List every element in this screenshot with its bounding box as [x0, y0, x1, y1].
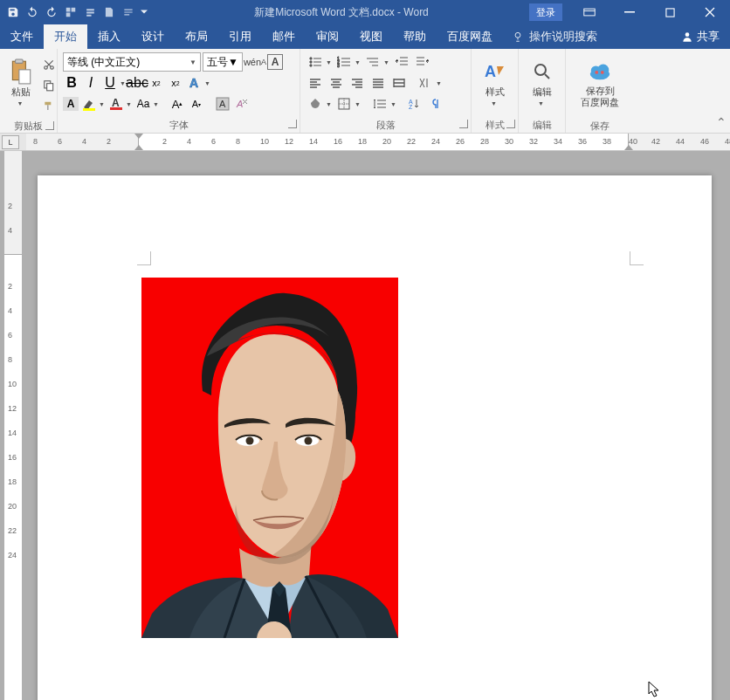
group-font-label: 字体: [58, 117, 300, 133]
asian-layout-icon[interactable]: [416, 74, 435, 92]
share-button[interactable]: 共享: [671, 29, 730, 45]
tab-file[interactable]: 文件: [0, 24, 44, 49]
tab-layout[interactable]: 布局: [175, 24, 218, 49]
character-border-icon[interactable]: A: [267, 54, 283, 70]
font-size-select[interactable]: 五号▼: [203, 52, 243, 72]
align-justify-icon[interactable]: [368, 74, 388, 92]
styles-label: 样式: [486, 86, 505, 99]
chevron-down-icon[interactable]: ▼: [326, 59, 333, 65]
tab-insert[interactable]: 插入: [87, 24, 131, 49]
chevron-down-icon[interactable]: ▼: [383, 59, 390, 65]
chevron-down-icon[interactable]: ▼: [153, 101, 160, 107]
paste-button[interactable]: 粘贴 ▼: [5, 52, 37, 113]
dialog-launcher-icon[interactable]: [45, 121, 54, 130]
redo-icon[interactable]: [44, 3, 59, 22]
undo-icon[interactable]: [24, 3, 40, 22]
svg-point-29: [535, 65, 546, 75]
dialog-launcher-icon[interactable]: [288, 120, 297, 128]
chevron-down-icon[interactable]: ▼: [390, 101, 397, 107]
underline-icon[interactable]: U: [101, 74, 119, 92]
cut-icon[interactable]: [40, 56, 58, 73]
tab-home[interactable]: 开始: [44, 24, 87, 49]
qat-icon-3[interactable]: [101, 3, 117, 22]
chevron-down-icon[interactable]: ▼: [204, 80, 211, 86]
tab-selector[interactable]: L: [2, 135, 19, 149]
chevron-down-icon[interactable]: ▼: [355, 59, 362, 65]
align-right-icon[interactable]: [348, 74, 367, 92]
group-styles-label: 样式: [472, 117, 518, 133]
qat-customize-icon[interactable]: [140, 3, 148, 22]
font-color-icon[interactable]: A: [107, 95, 125, 113]
editing-button[interactable]: 编辑 ▼: [527, 52, 558, 113]
multilevel-list-icon[interactable]: [363, 53, 382, 71]
chevron-down-icon[interactable]: ▼: [355, 101, 362, 107]
dialog-launcher-icon[interactable]: [459, 120, 468, 128]
borders-icon[interactable]: [334, 95, 354, 113]
phonetic-guide-icon[interactable]: wénA: [244, 53, 265, 71]
superscript-icon[interactable]: x2: [167, 74, 184, 92]
horizontal-ruler[interactable]: 8642246810121416182022242628303234363840…: [26, 134, 730, 151]
shrink-font-icon[interactable]: A▾: [188, 95, 205, 113]
decrease-indent-icon[interactable]: [392, 53, 411, 71]
qat-icon-1[interactable]: [63, 3, 79, 22]
tab-references[interactable]: 引用: [218, 24, 262, 49]
margin-corner-icon: [630, 251, 644, 265]
tab-baidu[interactable]: 百度网盘: [437, 24, 503, 49]
tab-view[interactable]: 视图: [349, 24, 393, 49]
collapse-ribbon-icon[interactable]: ⌃: [716, 115, 727, 129]
chevron-down-icon[interactable]: ▼: [436, 80, 443, 86]
align-center-icon[interactable]: [327, 74, 346, 92]
line-spacing-icon[interactable]: [370, 95, 389, 113]
qat-icon-2[interactable]: [82, 3, 98, 22]
page[interactable]: [38, 175, 712, 700]
ribbon-options-icon[interactable]: [569, 0, 609, 24]
increase-indent-icon[interactable]: [413, 53, 432, 71]
group-styles: A 样式 ▼ 样式: [472, 49, 519, 133]
tab-review[interactable]: 审阅: [306, 24, 349, 49]
save-icon[interactable]: [5, 3, 21, 22]
chevron-down-icon[interactable]: ▼: [126, 101, 133, 107]
dialog-launcher-icon[interactable]: [506, 120, 515, 128]
strikethrough-icon[interactable]: abc: [128, 74, 146, 92]
highlight-icon[interactable]: [80, 95, 98, 113]
align-left-icon[interactable]: [306, 74, 325, 92]
shading-icon[interactable]: [306, 95, 325, 113]
vertical-ruler[interactable]: 2424681012141618202224: [4, 151, 22, 700]
svg-point-36: [246, 437, 254, 445]
save-to-cloud-button[interactable]: 保存到 百度网盘: [577, 52, 623, 115]
login-button[interactable]: 登录: [529, 3, 562, 21]
styles-button[interactable]: A 样式 ▼: [479, 52, 511, 113]
clear-formatting-icon[interactable]: A: [233, 95, 251, 113]
bold-icon[interactable]: B: [63, 74, 80, 92]
qat-icon-4[interactable]: [121, 3, 136, 22]
show-marks-icon[interactable]: [425, 95, 444, 113]
sort-icon[interactable]: AZ: [404, 95, 424, 113]
enclose-char-icon[interactable]: A: [214, 95, 231, 113]
tab-design[interactable]: 设计: [131, 24, 175, 49]
group-font: 等线 (中文正文)▼ 五号▼ wénA A B I U▼ abc x2 x2 A…: [58, 49, 300, 133]
maximize-icon[interactable]: [650, 0, 690, 24]
font-family-select[interactable]: 等线 (中文正文)▼: [63, 52, 201, 72]
subscript-icon[interactable]: x2: [148, 74, 165, 92]
tab-mailings[interactable]: 邮件: [262, 24, 306, 49]
grow-font-icon[interactable]: A▴: [169, 95, 186, 113]
format-painter-icon[interactable]: [40, 98, 58, 115]
minimize-icon[interactable]: [609, 0, 650, 24]
change-case-icon[interactable]: Aa: [134, 95, 152, 113]
chevron-down-icon: ▼: [538, 100, 545, 106]
chevron-down-icon[interactable]: ▼: [326, 101, 333, 107]
group-save-cloud: 保存到 百度网盘 保存: [566, 49, 634, 133]
chevron-down-icon[interactable]: ▼: [99, 101, 106, 107]
close-icon[interactable]: [690, 0, 730, 24]
italic-icon[interactable]: I: [82, 74, 100, 92]
align-distributed-icon[interactable]: [389, 74, 409, 92]
bullets-icon[interactable]: [306, 53, 325, 71]
numbering-icon[interactable]: 123: [334, 53, 354, 71]
editing-label: 编辑: [533, 86, 552, 99]
inserted-image[interactable]: [141, 278, 398, 638]
tell-me[interactable]: 操作说明搜索: [503, 29, 606, 45]
copy-icon[interactable]: [40, 77, 58, 94]
tab-help[interactable]: 帮助: [393, 24, 437, 49]
char-shading-icon[interactable]: A: [63, 97, 79, 111]
text-effects-icon[interactable]: A: [186, 74, 203, 92]
